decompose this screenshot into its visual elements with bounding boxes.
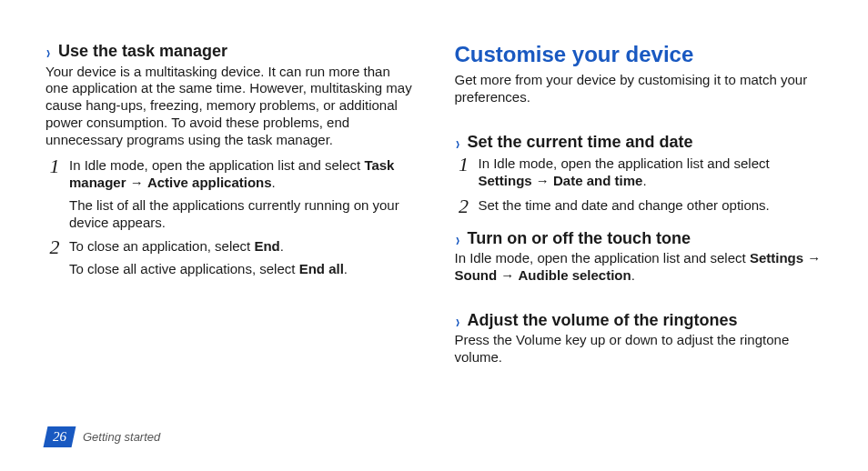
- text: .: [280, 238, 284, 254]
- customise-intro: Get more from your device by customising…: [455, 72, 823, 106]
- text: .: [631, 267, 635, 283]
- arrow-text: →: [532, 173, 553, 188]
- step-body: Set the time and date and change other o…: [479, 197, 823, 215]
- step-line: In Idle mode, open the application list …: [69, 157, 414, 192]
- bold-text: End all: [299, 261, 344, 276]
- task-manager-heading: › Use the task manager: [45, 41, 414, 62]
- step-body: To close an application, select End. To …: [69, 238, 414, 278]
- time-date-heading: › Set the current time and date: [455, 132, 823, 153]
- list-item: 2 Set the time and date and change other…: [455, 197, 823, 217]
- list-item: 1 In Idle mode, open the application lis…: [455, 155, 823, 190]
- step-body: In Idle mode, open the application list …: [479, 155, 823, 190]
- columns: › Use the task manager Your device is a …: [45, 41, 823, 376]
- text: .: [272, 175, 276, 190]
- chevron-icon: ›: [46, 41, 50, 64]
- step-line: The list of all the applications current…: [69, 197, 414, 232]
- arrow-text: →: [126, 175, 147, 190]
- list-item: 2 To close an application, select End. T…: [45, 238, 414, 278]
- time-date-steps: 1 In Idle mode, open the application lis…: [455, 155, 823, 217]
- bold-text: End: [254, 238, 279, 254]
- task-manager-heading-text: Use the task manager: [58, 41, 227, 62]
- task-manager-steps: 1 In Idle mode, open the application lis…: [45, 157, 414, 278]
- touch-tone-heading-text: Turn on or off the touch tone: [468, 228, 691, 249]
- bold-text: Settings: [479, 173, 532, 188]
- page-footer: 26 Getting started: [45, 426, 160, 447]
- chevron-icon: ›: [455, 227, 459, 250]
- bold-text: Sound: [455, 267, 498, 283]
- step-number: 1: [45, 156, 64, 176]
- task-manager-intro: Your device is a multitasking device. It…: [45, 64, 414, 149]
- text: To close all active applications, select: [69, 261, 299, 276]
- chevron-icon: ›: [455, 131, 459, 154]
- text: In Idle mode, open the application list …: [69, 157, 364, 173]
- ringtone-heading: › Adjust the volume of the ringtones: [455, 310, 823, 331]
- touch-tone-heading: › Turn on or off the touch tone: [455, 228, 823, 249]
- step-line: Set the time and date and change other o…: [479, 197, 823, 215]
- page-number: 26: [53, 428, 66, 446]
- time-date-heading-text: Set the current time and date: [468, 132, 693, 153]
- step-line: To close an application, select End.: [69, 238, 414, 256]
- step-line: In Idle mode, open the application list …: [479, 155, 823, 190]
- bold-text: Date and time: [553, 173, 642, 188]
- ringtone-body: Press the Volume key up or down to adjus…: [455, 332, 823, 366]
- list-item: 1 In Idle mode, open the application lis…: [45, 157, 414, 231]
- arrow-text: →: [497, 267, 518, 283]
- right-column: Customise your device Get more from your…: [455, 41, 823, 376]
- bold-text: Audible selection: [519, 267, 631, 283]
- step-body: In Idle mode, open the application list …: [69, 157, 414, 231]
- text: In Idle mode, open the application list …: [455, 250, 750, 266]
- text: In Idle mode, open the application list …: [479, 155, 770, 171]
- text: .: [344, 261, 348, 276]
- step-number: 1: [455, 155, 473, 175]
- touch-tone-body: In Idle mode, open the application list …: [455, 250, 823, 285]
- step-line: To close all active applications, select…: [69, 261, 414, 278]
- text: .: [642, 173, 646, 188]
- bold-text: Active applications: [147, 175, 272, 190]
- ringtone-heading-text: Adjust the volume of the ringtones: [468, 310, 738, 331]
- arrow-text: →: [803, 250, 821, 266]
- step-number: 2: [455, 196, 473, 216]
- section-name: Getting started: [83, 430, 160, 445]
- page: › Use the task manager Your device is a …: [0, 0, 868, 471]
- step-number: 2: [45, 237, 64, 257]
- text: To close an application, select: [69, 238, 254, 254]
- left-column: › Use the task manager Your device is a …: [45, 41, 414, 376]
- bold-text: Settings: [750, 250, 803, 266]
- customise-heading: Customise your device: [455, 41, 823, 68]
- chevron-icon: ›: [455, 309, 459, 332]
- page-number-badge: 26: [44, 426, 76, 447]
